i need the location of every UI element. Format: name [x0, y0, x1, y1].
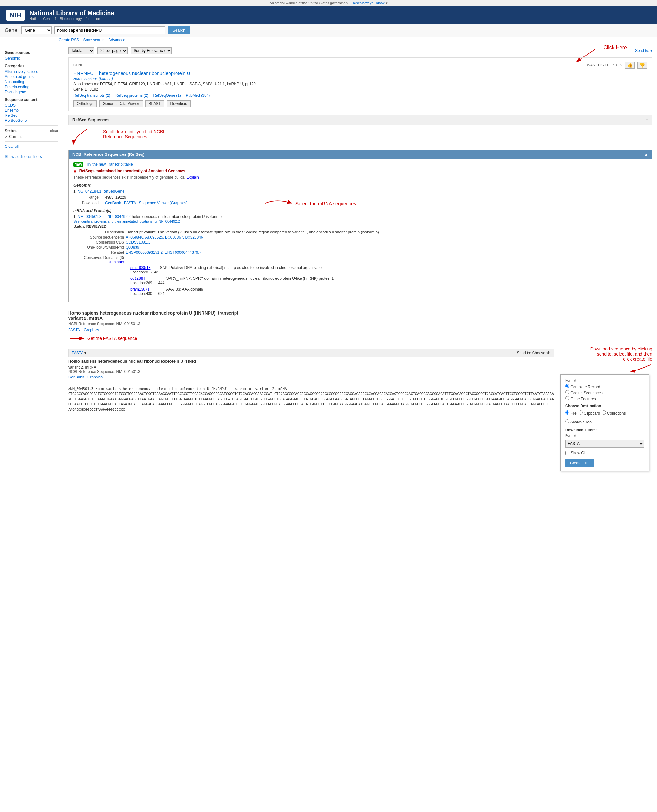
np-link[interactable]: NP_004492.2 — [107, 214, 131, 219]
source-link[interactable]: AF068846, AK095525, BC003367, BX323046 — [126, 235, 203, 239]
fasta-link[interactable]: FASTA — [124, 201, 135, 205]
file-option[interactable]: File — [565, 410, 577, 416]
results-toolbar: Tabular Summary 20 per page 50 per page … — [68, 47, 652, 54]
domain-smart00513-location: Location:8 → 42 — [131, 270, 158, 274]
thumbs-down-button[interactable]: 👎 — [637, 62, 647, 68]
domain-cd12884-link[interactable]: cd12884 — [131, 276, 145, 281]
summary-link[interactable]: summary — [109, 260, 124, 264]
create-rss-link[interactable]: Create RSS — [59, 38, 79, 42]
tabular-select[interactable]: Tabular Summary — [68, 47, 94, 54]
fasta-toolbar-link[interactable]: FASTA — [72, 351, 83, 355]
mrna-section: mRNA and Protein(s) 1. NM_004501.3 → NP_… — [73, 208, 647, 297]
sidebar-item-refseq[interactable]: RefSeq — [5, 113, 58, 118]
show-gi-option[interactable]: Show GI — [565, 451, 644, 455]
transcript-table-link[interactable]: Try the new Transcript table — [86, 162, 133, 166]
sidebar-item-ccds[interactable]: CCDS — [5, 103, 58, 107]
pubmed-link[interactable]: PubMed (384) — [186, 93, 210, 98]
two-col-bottom: FASTA ▾ Send to: Choose sh Homo sapiens … — [68, 346, 652, 471]
fasta-graphics-link[interactable]: Graphics — [87, 375, 103, 379]
genbank-link[interactable]: GenBank — [105, 201, 121, 205]
sidebar-status-title: Status clear — [5, 129, 58, 133]
gene-organism: Homo sapiens (human) — [73, 76, 647, 81]
clipboard-option[interactable]: Clipboard — [579, 410, 600, 416]
helpful-text: Was this helpful? — [587, 63, 623, 67]
explain-link[interactable]: Explain — [186, 175, 199, 180]
see-identical-link[interactable]: See identical proteins and their annotat… — [73, 219, 647, 223]
download-label: Download — [73, 201, 99, 205]
sort-select[interactable]: Sort by Relevance Sort by Date — [131, 47, 172, 54]
results-area: Tabular Summary 20 per page 50 per page … — [64, 44, 657, 474]
refseqgene-link[interactable]: RefSeqGene (1) — [153, 93, 181, 98]
thumbs-up-button[interactable]: 👍 — [625, 62, 635, 68]
detail-consensus: Consensus CDS CCDS31081.1 — [73, 240, 647, 245]
sidebar-item-current[interactable]: Current — [5, 135, 58, 139]
sidebar-clear-btn[interactable]: clear — [50, 129, 58, 133]
gov-banner-link[interactable]: Here's how you know — [351, 1, 385, 5]
blast-button[interactable]: BLAST — [145, 100, 164, 107]
sidebar-item-annotated-genes[interactable]: Annotated genes — [5, 75, 58, 79]
collections-option[interactable]: Collections — [602, 410, 626, 416]
graphics-bottom-link[interactable]: Graphics — [84, 328, 99, 332]
sidebar-show-additional-filters[interactable]: Show additional filters — [5, 154, 58, 159]
sidebar-item-refseqgene[interactable]: RefSeqGene — [5, 118, 58, 123]
fasta-bottom-link[interactable]: FASTA — [68, 328, 80, 332]
ncbi-ref-collapse-btn[interactable]: ▲ — [644, 152, 648, 157]
advanced-link[interactable]: Advanced — [109, 38, 125, 42]
ncbi-ref-label: NCBI Reference Sequence: NM_004501.3 — [68, 321, 652, 326]
search-db-select[interactable]: Gene PubMed Nucleotide Protein — [21, 26, 52, 34]
domain-pfam13671-link[interactable]: pfam13671 — [131, 287, 149, 292]
format-select[interactable]: FASTA GenBank GFF3 — [565, 440, 644, 447]
refseq-transcripts-link[interactable]: RefSeq transcripts (2) — [73, 93, 111, 98]
minus-icon: ▣ — [73, 169, 76, 173]
save-search-link[interactable]: Save search — [83, 38, 104, 42]
sidebar-item-ensembl[interactable]: Ensembl — [5, 108, 58, 113]
conserved-label: Conserved Domains (3) summary — [73, 255, 124, 264]
sidebar-item-non-coding[interactable]: Non-coding — [5, 80, 58, 84]
related-link[interactable]: ENSP00000393151.2, ENST00000444376.7 — [126, 250, 201, 255]
analysis-tool-option[interactable]: Analysis Tool — [565, 419, 593, 424]
fasta-variant-label: variant 2, mRNA — [68, 365, 554, 370]
orthologs-button[interactable]: Orthologs — [73, 100, 97, 107]
complete-record-option[interactable]: Complete Record — [565, 384, 644, 389]
source-value: AF068846, AK095525, BC003367, BX323046 — [126, 235, 203, 239]
per-page-select[interactable]: 20 per page 50 per page — [97, 47, 128, 54]
sidebar-item-protein-coding[interactable]: Protein-coding — [5, 85, 58, 89]
search-button[interactable]: Search — [168, 26, 190, 34]
genome-viewer-button[interactable]: Genome Data Viewer — [99, 100, 143, 107]
sidebar-item-alt-spliced[interactable]: Alternatively spliced — [5, 70, 58, 74]
seq-viewer-link[interactable]: Sequence Viewer (Graphics) — [139, 201, 188, 205]
sidebar-item-genomic[interactable]: Genomic — [5, 56, 58, 61]
format-label-popup: Format — [565, 433, 644, 438]
uniprot-link[interactable]: Q00839 — [126, 245, 139, 250]
choose-dest-label: Choose Destination — [565, 404, 644, 408]
refseq-proteins-link[interactable]: RefSeq proteins (2) — [115, 93, 148, 98]
nm-link[interactable]: NM_004501.3 — [78, 214, 101, 219]
send-to-popup-col: Download sequence by clicking send to, s… — [560, 346, 652, 471]
gene-title-link[interactable]: HNRNPU – heterogeneous nuclear ribonucle… — [73, 70, 190, 76]
send-to-toolbar[interactable]: Send to: ▾ — [635, 48, 652, 53]
search-input[interactable] — [54, 26, 165, 34]
coding-sequences-option[interactable]: Coding Sequences — [565, 390, 644, 395]
sidebar-clear-all-link[interactable]: Clear all — [5, 144, 58, 149]
related-label: Related — [73, 250, 124, 255]
ccds-link[interactable]: CCDS31081.1 — [126, 240, 150, 245]
domain-smart00513-link[interactable]: smart00513 — [131, 265, 151, 270]
nih-title: National Library of Medicine — [30, 9, 115, 17]
create-file-button[interactable]: Create File — [565, 459, 593, 467]
new-badge: NEW — [73, 162, 83, 166]
detail-conserved-domains: Conserved Domains (3) summary — [73, 255, 647, 264]
refseq-expand-btn[interactable]: + — [646, 117, 648, 122]
fasta-annotation-block: Get the FASTA sequence — [68, 334, 652, 343]
detail-uniprot: UniProtKB/Swiss-Prot Q00839 — [73, 245, 647, 250]
nih-title-block: National Library of Medicine National Ce… — [30, 9, 115, 21]
sidebar-item-pseudogene[interactable]: Pseudogene — [5, 90, 58, 94]
refseq-sequences-header[interactable]: RefSeq Sequences + — [68, 115, 652, 125]
gene-features-option[interactable]: Gene Features — [565, 396, 644, 401]
ng-link[interactable]: NG_042184.1 RefSeqGene — [78, 189, 124, 194]
gov-banner: An official website of the United States… — [0, 0, 657, 6]
nih-header: NIH National Library of Medicine Nationa… — [0, 6, 657, 24]
download-button[interactable]: Download — [167, 100, 191, 107]
search-bar: Gene Gene PubMed Nucleotide Protein Sear… — [0, 24, 657, 37]
search-db-label: Gene — [5, 28, 17, 33]
fasta-genbank-link[interactable]: GenBank — [68, 375, 84, 379]
